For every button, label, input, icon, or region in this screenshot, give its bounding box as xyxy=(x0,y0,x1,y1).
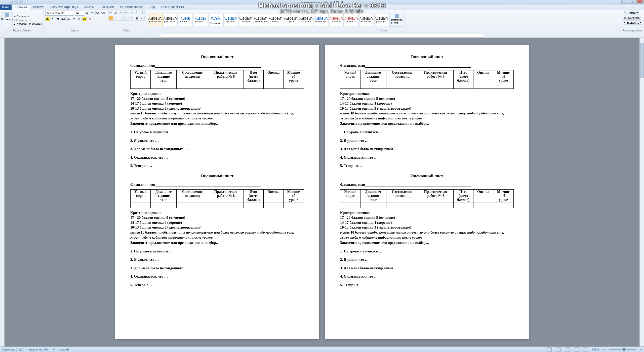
style-item-0[interactable]: АаБбВвГг¶ Обычный xyxy=(148,14,163,26)
style-item-12[interactable]: АаБбВвГгСлабая сс... xyxy=(329,14,344,26)
zoom-slider[interactable] xyxy=(609,349,636,350)
justify-button[interactable]: ≡ xyxy=(124,16,129,21)
status-words[interactable]: Число слов: 364 xyxy=(28,348,49,351)
tab-home[interactable]: Главная xyxy=(12,5,30,10)
qat-redo-icon[interactable] xyxy=(19,1,23,4)
align-center-button[interactable]: ≡ xyxy=(114,16,118,21)
style-item-11[interactable]: АаБбВвГгВыделенн... xyxy=(314,14,329,26)
criteria: Критерии оценки: 17 - 20 баллов оценка 5… xyxy=(130,210,304,288)
change-case-button[interactable]: Aa xyxy=(95,11,100,15)
page-2[interactable]: Оценочный лист Фамилия, имя УстныйопросД… xyxy=(325,45,529,339)
clear-format-button[interactable]: ⌫ xyxy=(101,11,105,15)
tab-review[interactable]: Рецензирование xyxy=(117,5,146,10)
horizontal-ruler[interactable] xyxy=(0,33,644,38)
bold-button[interactable]: Ж xyxy=(45,17,50,21)
increase-indent-button[interactable]: ⇥ xyxy=(130,11,134,15)
zoom-in-button[interactable]: + xyxy=(640,348,642,351)
font-name-combo[interactable] xyxy=(45,11,74,16)
font-color-button[interactable]: A xyxy=(88,17,92,21)
style-item-1[interactable]: АаБбВвГг¶ Без инте... xyxy=(163,14,178,26)
tab-view[interactable]: Вид xyxy=(146,5,158,10)
minimize-button[interactable]: ─ xyxy=(621,0,628,4)
underline-button[interactable]: Ч xyxy=(56,17,60,21)
borders-button[interactable]: ▭ xyxy=(140,16,145,21)
group-font-label: Шрифт xyxy=(45,29,105,32)
tab-insert[interactable]: Вставка xyxy=(30,5,48,10)
paste-button[interactable]: Вставить xyxy=(2,12,13,27)
maximize-button[interactable]: ▭ xyxy=(629,0,636,4)
show-marks-button[interactable]: ¶ xyxy=(140,11,145,15)
zoom-level[interactable]: 100% xyxy=(592,348,599,351)
align-right-button[interactable]: ≡ xyxy=(119,16,124,21)
select-button[interactable]: ↖Выделить ▾ xyxy=(623,20,642,25)
scrollbar-thumb[interactable] xyxy=(640,43,644,78)
style-item-6[interactable]: АаБбВвГгСлабое в... xyxy=(238,14,253,26)
cut-button[interactable]: ✂Вырезать xyxy=(14,15,42,18)
style-item-13[interactable]: АаБбВвГгСильная с... xyxy=(344,14,359,26)
group-editing-label: Редактирование xyxy=(623,29,642,32)
file-tab[interactable]: Файл xyxy=(0,5,12,10)
view-print-layout-button[interactable] xyxy=(547,347,552,351)
italic-button[interactable]: К xyxy=(51,17,55,21)
page-1[interactable]: Оценочный лист Фамилия, имя УстныйопросД… xyxy=(115,45,319,339)
qat-save-icon[interactable] xyxy=(10,1,14,4)
font-size-combo[interactable] xyxy=(75,11,84,16)
status-language[interactable]: русский xyxy=(59,348,69,351)
view-full-button[interactable] xyxy=(556,347,561,351)
text-effects-button[interactable]: A xyxy=(77,17,82,21)
style-item-7[interactable]: АаБбВвГгВыделение xyxy=(254,14,268,26)
style-item-8[interactable]: АаБбВвГгСильное ... xyxy=(269,14,283,26)
sheet-title: Оценочный лист xyxy=(130,54,304,59)
line-spacing-button[interactable]: ‡ xyxy=(130,16,134,21)
decrease-indent-button[interactable]: ⇤ xyxy=(124,11,129,15)
strike-button[interactable]: abc xyxy=(61,17,66,21)
zoom-out-button[interactable]: − xyxy=(603,348,605,351)
style-item-2[interactable]: АаБбВЗаголово... xyxy=(178,14,193,26)
format-painter-button[interactable]: 🖌Формат по образцу xyxy=(14,22,42,25)
tab-foxit[interactable]: Foxit Reader PDF xyxy=(158,5,188,10)
style-item-5[interactable]: АаБбВвГгПодзагол... xyxy=(223,14,238,26)
group-styles-label: Стили xyxy=(148,29,620,32)
criteria: Критерии оценки: 17 - 20 баллов оценка 5… xyxy=(130,91,304,168)
tab-page-layout[interactable]: Разметка страницы xyxy=(47,5,81,10)
superscript-button[interactable]: x² xyxy=(72,17,76,21)
document-workspace[interactable]: Оценочный лист Фамилия, имя УстныйопросД… xyxy=(0,38,644,346)
find-button[interactable]: 🔍Найти ▾ xyxy=(623,11,638,15)
change-styles-button[interactable]: Изменить стили xyxy=(389,13,405,27)
status-page[interactable]: Страница: 2 из 2 xyxy=(2,348,24,351)
style-item-9[interactable]: АаБбВвГгСтрогий xyxy=(284,14,298,26)
sort-button[interactable]: A↓ xyxy=(135,11,139,15)
grade-table: УстныйопросДомашнеезаданиетестСоставлени… xyxy=(340,70,514,89)
style-item-3[interactable]: АаБбВвЗаголово... xyxy=(193,14,208,26)
title-bar: оценочный лист - Microsoft Word ─ ▭ ✕ xyxy=(0,0,644,5)
group-paragraph: •≡ 1≡ ≡ ⇤ ⇥ A↓ ¶ ≡ ≡ ≡ ≡ ‡ ▦ ▭ Абзац xyxy=(107,10,146,33)
close-button[interactable]: ✕ xyxy=(636,0,643,4)
numbering-button[interactable]: 1≡ xyxy=(114,11,118,15)
vertical-ruler[interactable] xyxy=(0,38,5,346)
view-draft-button[interactable] xyxy=(583,347,588,351)
highlight-button[interactable]: ab xyxy=(82,17,87,21)
shrink-font-button[interactable]: A▾ xyxy=(90,11,95,15)
group-clipboard-label: Буфер обмена xyxy=(2,29,42,32)
style-item-14[interactable]: АаБбВвГгНазвание... xyxy=(359,14,374,26)
style-item-10[interactable]: АаБбВвГгЦитата 2 xyxy=(299,14,313,26)
shading-button[interactable]: ▦ xyxy=(135,16,139,21)
subscript-button[interactable]: x₂ xyxy=(66,17,71,21)
align-left-button[interactable]: ≡ xyxy=(108,16,113,21)
tab-mailings[interactable]: Рассылки xyxy=(97,5,117,10)
style-item-15[interactable]: АаБбВвГг¶ Абзац с... xyxy=(374,14,389,26)
grow-font-button[interactable]: A▴ xyxy=(85,11,89,15)
status-proofing-icon[interactable]: ✔ xyxy=(53,348,55,351)
bullets-button[interactable]: •≡ xyxy=(108,11,113,15)
qat-undo-icon[interactable] xyxy=(15,1,18,4)
paste-icon xyxy=(5,13,9,17)
vertical-scrollbar[interactable] xyxy=(639,38,644,346)
copy-button[interactable]: ⎘Копировать xyxy=(14,19,42,22)
name-line: Фамилия, имя xyxy=(340,183,514,187)
style-item-4[interactable]: АаБНазвание xyxy=(208,14,223,26)
view-outline-button[interactable] xyxy=(574,347,579,351)
multilevel-button[interactable]: ≡ xyxy=(119,11,124,15)
view-web-button[interactable] xyxy=(565,347,570,351)
replace-button[interactable]: abЗаменить xyxy=(623,16,640,20)
tab-references[interactable]: Ссылки xyxy=(81,5,97,10)
